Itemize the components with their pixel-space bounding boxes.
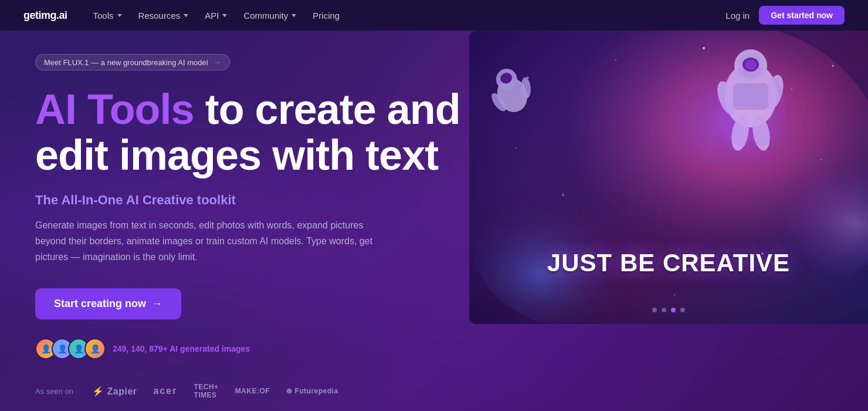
nav-item-community[interactable]: Community: [236, 7, 303, 24]
svg-point-5: [615, 59, 616, 60]
as-seen-on: As seen on ⚡ Zapier acer TECH+TIMES MAKE…: [35, 383, 475, 399]
nav-label-pricing: Pricing: [313, 11, 340, 21]
as-seen-label: As seen on: [35, 387, 73, 396]
nav-item-resources[interactable]: Resources: [131, 7, 196, 24]
brand-zapier: ⚡ Zapier: [92, 386, 137, 397]
svg-point-7: [791, 89, 792, 90]
start-creating-button[interactable]: Start creating now →: [35, 288, 181, 319]
hero-title-highlight: AI Tools: [35, 86, 194, 133]
nav-label-tools: Tools: [93, 11, 114, 21]
avatar: 👤: [84, 338, 106, 359]
avatar-stack: 👤 👤 👤 👤: [35, 338, 106, 359]
arrow-icon: →: [213, 58, 221, 67]
svg-point-4: [527, 77, 529, 79]
nebula-svg: [469, 31, 868, 324]
hero-images: JUST BE CREATIVE: [469, 31, 868, 411]
brand-techtimes: TECH+TIMES: [194, 383, 218, 399]
brand-futurepedia: ⊕ Futurepedia: [286, 387, 338, 395]
hero-content: Meet FLUX.1 — a new groundbreaking AI mo…: [0, 31, 510, 411]
start-creating-label: Start creating now: [54, 298, 146, 310]
brand-makeof: MAKE:OF: [235, 387, 270, 395]
nav-item-tools[interactable]: Tools: [86, 7, 129, 24]
logo[interactable]: getimg.ai: [23, 9, 67, 22]
hero-section: Meet FLUX.1 — a new groundbreaking AI mo…: [0, 31, 868, 411]
brand-logos: ⚡ Zapier acer TECH+TIMES MAKE:OF ⊕ Futur…: [92, 383, 338, 399]
social-proof-count: 249, 140, 879+: [113, 344, 168, 353]
carousel-dot-3[interactable]: [671, 308, 676, 312]
announcement-text: Meet FLUX.1 — a new groundbreaking AI mo…: [44, 58, 208, 67]
chevron-down-icon: [117, 14, 122, 17]
chevron-down-icon: [291, 14, 296, 17]
nav-label-community: Community: [243, 11, 288, 21]
nav-item-api[interactable]: API: [198, 7, 234, 24]
social-proof-suffix: AI generated images: [168, 344, 250, 353]
svg-point-9: [516, 147, 517, 149]
announcement-badge[interactable]: Meet FLUX.1 — a new groundbreaking AI mo…: [35, 54, 230, 70]
social-proof-text: 249, 140, 879+ AI generated images: [113, 344, 250, 353]
get-started-button[interactable]: Get started now: [759, 6, 845, 25]
hero-description: Generate images from text in seconds, ed…: [35, 217, 387, 265]
svg-point-11: [820, 159, 822, 160]
brand-acer: acer: [154, 386, 178, 396]
chevron-down-icon: [184, 14, 188, 17]
nav-items: Tools Resources API Community Pricing: [86, 7, 347, 24]
nav-label-api: API: [205, 11, 219, 21]
navbar-left: getimg.ai Tools Resources API Community …: [23, 7, 347, 24]
nav-label-resources: Resources: [138, 11, 181, 21]
svg-point-13: [674, 294, 675, 295]
social-proof: 👤 👤 👤 👤 249, 140, 879+ AI generated imag…: [35, 338, 475, 359]
navbar: getimg.ai Tools Resources API Community …: [0, 0, 868, 31]
svg-point-8: [832, 65, 834, 67]
hero-title: AI Tools to create and edit images with …: [35, 87, 475, 178]
carousel-dot-2[interactable]: [662, 308, 666, 312]
nav-item-pricing[interactable]: Pricing: [306, 7, 347, 24]
hero-carousel-dots: [652, 308, 685, 312]
carousel-dot-1[interactable]: [652, 308, 657, 312]
arrow-right-icon: →: [152, 298, 162, 310]
hero-main-image: JUST BE CREATIVE: [469, 31, 868, 324]
svg-point-6: [703, 47, 705, 49]
creative-text: JUST BE CREATIVE: [547, 249, 790, 277]
carousel-dot-4[interactable]: [680, 308, 685, 312]
svg-point-10: [562, 194, 564, 196]
navbar-right: Log in Get started now: [725, 6, 845, 25]
svg-point-24: [716, 66, 786, 148]
hero-subtitle: The All-In-One AI Creative toolkit: [35, 193, 475, 208]
chevron-down-icon: [222, 14, 227, 17]
login-link[interactable]: Log in: [725, 11, 750, 21]
